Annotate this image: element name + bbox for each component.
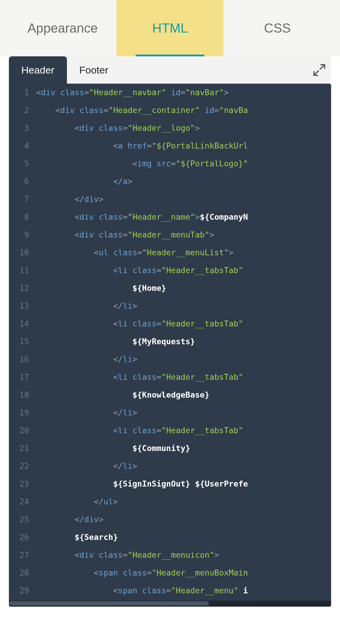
code-line[interactable]: 2 <div class="Header__container" id="nav…: [9, 101, 331, 119]
line-content[interactable]: <div class="Header__navbar" id="navBar">: [36, 84, 331, 101]
line-number: 15: [9, 333, 36, 350]
tab-html-label: HTML: [152, 21, 188, 36]
code-line[interactable]: 5 <img src="${PortalLogo}": [9, 155, 331, 173]
line-number: 10: [9, 244, 36, 262]
code-line[interactable]: 20 <li class="Header__tabsTab": [9, 422, 331, 439]
tab-appearance[interactable]: Appearance: [9, 0, 116, 56]
line-content[interactable]: <ul class="Header__menuList">: [36, 244, 331, 262]
line-number: 2: [9, 101, 36, 119]
sub-tab-header[interactable]: Header: [9, 56, 67, 84]
line-content[interactable]: <div class="Header__name">${CompanyN: [36, 208, 331, 226]
line-content[interactable]: </div>: [36, 190, 331, 208]
horizontal-scrollbar[interactable]: [9, 601, 331, 607]
sub-tab-footer[interactable]: Footer: [67, 56, 121, 84]
code-line[interactable]: 27 <div class="Header__menuicon">: [9, 546, 331, 564]
line-number: 8: [9, 208, 36, 226]
line-content[interactable]: <div class="Header__container" id="navBa: [36, 101, 331, 119]
line-content[interactable]: <a href="${PortalLinkBackUrl: [36, 137, 331, 155]
line-content[interactable]: ${SignInSignOut} ${UserPrefe: [36, 475, 331, 493]
line-content[interactable]: </li>: [36, 457, 331, 475]
line-number: 4: [9, 137, 36, 155]
code-line[interactable]: 24 </ul>: [9, 493, 331, 511]
line-number: 17: [9, 368, 36, 386]
line-content[interactable]: </li>: [36, 404, 331, 422]
line-content[interactable]: ${MyRequests}: [36, 333, 331, 350]
line-content[interactable]: ${Home}: [36, 279, 331, 297]
line-number: 12: [9, 279, 36, 297]
code-line[interactable]: 1<div class="Header__navbar" id="navBar"…: [9, 84, 331, 101]
line-content[interactable]: <span class="Header__menuBoxMain: [36, 564, 331, 582]
code-line[interactable]: 9 <div class="Header__menuTab">: [9, 226, 331, 244]
code-line[interactable]: 13 </li>: [9, 297, 331, 315]
line-number: 1: [9, 84, 36, 101]
code-line[interactable]: 25 </div>: [9, 511, 331, 528]
line-content[interactable]: <span class="Header__menu" i: [36, 582, 331, 600]
code-line[interactable]: 14 <li class="Header__tabsTab": [9, 315, 331, 333]
line-content[interactable]: <div class="Header__logo">: [36, 119, 331, 137]
line-content[interactable]: ${Community}: [36, 439, 331, 457]
code-line[interactable]: 18 ${KnowledgeBase}: [9, 386, 331, 404]
top-tabs: Appearance HTML CSS: [0, 0, 340, 56]
line-content[interactable]: </div>: [36, 511, 331, 528]
scrollbar-thumb[interactable]: [9, 601, 209, 605]
code-line[interactable]: 12 ${Home}: [9, 279, 331, 297]
line-number: 27: [9, 546, 36, 564]
code-line[interactable]: 10 <ul class="Header__menuList">: [9, 244, 331, 262]
code-line[interactable]: 11 <li class="Header__tabsTab": [9, 262, 331, 279]
code-line[interactable]: 19 </li>: [9, 404, 331, 422]
sub-tab-footer-label: Footer: [79, 64, 108, 76]
line-content[interactable]: </a>: [36, 173, 331, 190]
code-line[interactable]: 8 <div class="Header__name">${CompanyN: [9, 208, 331, 226]
code-line[interactable]: 17 <li class="Header__tabsTab": [9, 368, 331, 386]
line-number: 11: [9, 262, 36, 279]
line-content[interactable]: <img src="${PortalLogo}": [36, 155, 331, 173]
line-number: 26: [9, 528, 36, 546]
line-number: 22: [9, 457, 36, 475]
line-number: 3: [9, 119, 36, 137]
tab-css-label: CSS: [264, 21, 291, 36]
sub-tab-row: Header Footer: [9, 56, 331, 84]
code-line[interactable]: 3 <div class="Header__logo">: [9, 119, 331, 137]
line-content[interactable]: ${KnowledgeBase}: [36, 386, 331, 404]
line-content[interactable]: <li class="Header__tabsTab": [36, 422, 331, 439]
line-number: 16: [9, 350, 36, 368]
line-number: 23: [9, 475, 36, 493]
code-line[interactable]: 16 </li>: [9, 350, 331, 368]
code-line[interactable]: 7 </div>: [9, 190, 331, 208]
tab-appearance-label: Appearance: [28, 21, 98, 36]
line-content[interactable]: <div class="Header__menuicon">: [36, 546, 331, 564]
line-number: 24: [9, 493, 36, 511]
code-line[interactable]: 28 <span class="Header__menuBoxMain: [9, 564, 331, 582]
code-line[interactable]: 23 ${SignInSignOut} ${UserPrefe: [9, 475, 331, 493]
code-line[interactable]: 29 <span class="Header__menu" i: [9, 582, 331, 600]
code-line[interactable]: 6 </a>: [9, 173, 331, 190]
line-content[interactable]: <li class="Header__tabsTab": [36, 262, 331, 279]
tab-html[interactable]: HTML: [116, 0, 224, 56]
expand-icon[interactable]: [312, 63, 326, 77]
line-number: 13: [9, 297, 36, 315]
line-number: 7: [9, 190, 36, 208]
line-content[interactable]: </ul>: [36, 493, 331, 511]
line-number: 25: [9, 511, 36, 528]
line-content[interactable]: <li class="Header__tabsTab": [36, 368, 331, 386]
line-number: 5: [9, 155, 36, 173]
line-number: 9: [9, 226, 36, 244]
line-content[interactable]: </li>: [36, 297, 331, 315]
line-content[interactable]: <div class="Header__menuTab">: [36, 226, 331, 244]
line-content[interactable]: ${Search}: [36, 528, 331, 546]
line-number: 28: [9, 564, 36, 582]
code-line[interactable]: 4 <a href="${PortalLinkBackUrl: [9, 137, 331, 155]
line-number: 6: [9, 173, 36, 190]
line-number: 29: [9, 582, 36, 600]
code-line[interactable]: 15 ${MyRequests}: [9, 333, 331, 350]
line-content[interactable]: <li class="Header__tabsTab": [36, 315, 331, 333]
code-line[interactable]: 21 ${Community}: [9, 439, 331, 457]
code-line[interactable]: 26 ${Search}: [9, 528, 331, 546]
line-number: 18: [9, 386, 36, 404]
tab-css[interactable]: CSS: [224, 0, 331, 56]
line-number: 19: [9, 404, 36, 422]
line-content[interactable]: </li>: [36, 350, 331, 368]
code-editor[interactable]: 1<div class="Header__navbar" id="navBar"…: [9, 84, 331, 607]
editor-area: Header Footer 1<div class="Header__navba…: [0, 56, 340, 616]
code-line[interactable]: 22 </li>: [9, 457, 331, 475]
